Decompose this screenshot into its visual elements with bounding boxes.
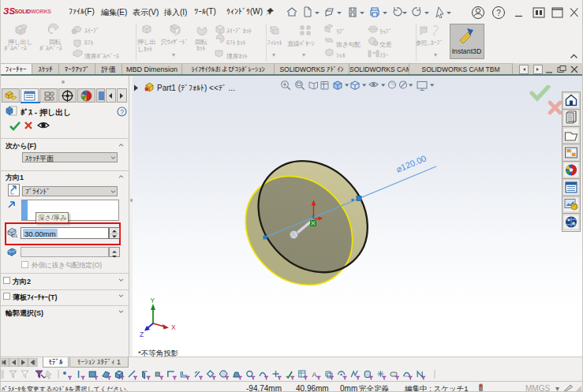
svg-text:X: X: [171, 323, 176, 331]
svg-text:?: ?: [120, 108, 124, 116]
svg-text:Z: Z: [140, 330, 144, 338]
svg-text:Instant3D: Instant3D: [452, 47, 482, 55]
svg-text:?: ?: [496, 9, 501, 17]
svg-text:A: A: [312, 371, 316, 379]
svg-text:D1: D1: [12, 233, 17, 238]
svg-text:ЗS: ЗS: [3, 6, 15, 16]
svg-text:⌀120.00: ⌀120.00: [394, 153, 428, 174]
svg-text:Y: Y: [151, 297, 155, 304]
svg-text:SOLIDWORKS: SOLIDWORKS: [15, 9, 52, 14]
